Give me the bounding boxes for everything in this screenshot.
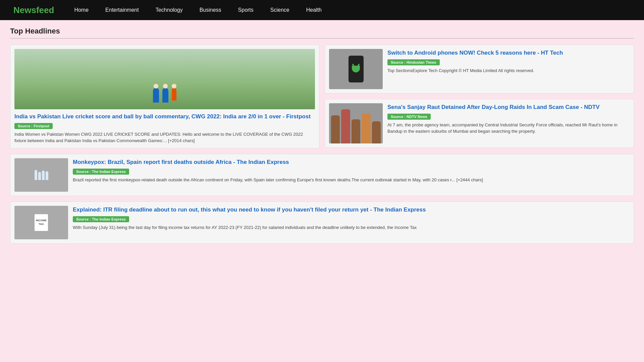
- itr-source: Source : The Indian Express: [73, 216, 129, 222]
- nav-sports[interactable]: Sports: [238, 7, 254, 13]
- article-monkeypox[interactable]: Monkeypox: Brazil, Spain report first de…: [10, 154, 634, 196]
- android-icon: [352, 66, 360, 72]
- nav-home[interactable]: Home: [74, 7, 89, 13]
- raut-title: Sena's Sanjay Raut Detained After Day-Lo…: [387, 103, 630, 111]
- top-row: India vs Pakistan Live cricket score and…: [10, 45, 634, 148]
- android-content: Switch to Android phones NOW! Check 5 re…: [387, 49, 630, 74]
- cricket-field-bg: [14, 49, 315, 109]
- cp5: [372, 121, 381, 143]
- nav-health[interactable]: Health: [306, 7, 322, 13]
- monkeypox-title: Monkeypox: Brazil, Spain report first de…: [73, 158, 630, 166]
- itr-title: Explained: ITR filing deadline about to …: [73, 206, 630, 214]
- android-desc: Top SectionsExplore Tech Copyright © HT …: [387, 67, 630, 74]
- article-raut[interactable]: Sena's Sanjay Raut Detained After Day-Lo…: [325, 99, 634, 148]
- logo-text-black: News: [13, 5, 36, 15]
- nav-business[interactable]: Business: [200, 7, 221, 13]
- monkeypox-desc: Brazil reported the first monkeypox-rela…: [73, 177, 630, 183]
- vial-1: [35, 170, 37, 180]
- nav-links: Home Entertainment Technology Business S…: [74, 7, 322, 13]
- cricket-title: India vs Pakistan Live cricket score and…: [14, 113, 315, 121]
- article-android[interactable]: Switch to Android phones NOW! Check 5 re…: [325, 45, 634, 94]
- logo[interactable]: Newsfeed: [13, 5, 54, 15]
- itr-content: Explained: ITR filing deadline about to …: [73, 206, 630, 231]
- navbar: Newsfeed Home Entertainment Technology B…: [0, 0, 644, 20]
- raut-image: [329, 103, 383, 143]
- vial-3: [42, 171, 45, 180]
- android-title: Switch to Android phones NOW! Check 5 re…: [387, 49, 630, 57]
- figure-1: [153, 88, 159, 103]
- cp4: [362, 113, 370, 143]
- android-image: [329, 49, 383, 89]
- monkeypox-image: [14, 158, 68, 192]
- cp2: [341, 109, 350, 143]
- main-content: Top Headlines India vs Pakistan Live cri…: [0, 20, 644, 256]
- itr-desc: With Sunday (July 31) being the last day…: [73, 224, 630, 231]
- nav-science[interactable]: Science: [270, 7, 289, 13]
- article-cricket[interactable]: India vs Pakistan Live cricket score and…: [10, 45, 319, 148]
- raut-source: Source : NDTV News: [387, 114, 431, 120]
- figure-3: [172, 88, 176, 101]
- cp1: [331, 115, 340, 143]
- crowd-shapes: [329, 103, 383, 143]
- nav-entertainment[interactable]: Entertainment: [105, 7, 139, 13]
- android-source: Source : Hindustan Times: [387, 59, 440, 65]
- cricket-source: Source : Firstpost: [14, 123, 53, 129]
- right-col: Switch to Android phones NOW! Check 5 re…: [325, 45, 634, 148]
- cricket-desc: India Women vs Pakistan Women CWG 2022 L…: [14, 131, 315, 144]
- raut-content: Sena's Sanjay Raut Detained After Day-Lo…: [387, 103, 630, 135]
- nav-technology[interactable]: Technology: [156, 7, 183, 13]
- phone-shape: [348, 56, 364, 82]
- tax-doc: INCOMETAX: [35, 214, 48, 231]
- vial-4: [46, 171, 48, 180]
- itr-image: INCOMETAX: [14, 206, 68, 239]
- monkeypox-content: Monkeypox: Brazil, Spain report first de…: [73, 158, 630, 183]
- vials: [35, 170, 48, 180]
- cp3: [352, 119, 360, 143]
- cricket-figures: [153, 88, 176, 103]
- logo-text-green: feed: [36, 5, 54, 15]
- cricket-image: [14, 49, 315, 109]
- section-title: Top Headlines: [10, 27, 634, 39]
- monkeypox-source: Source : The Indian Express: [73, 169, 129, 175]
- raut-desc: At 7 am, the probe agency team, accompan…: [387, 122, 630, 135]
- article-itr[interactable]: INCOMETAX Explained: ITR filing deadline…: [10, 201, 634, 244]
- figure-2: [162, 88, 168, 103]
- vial-2: [38, 172, 41, 180]
